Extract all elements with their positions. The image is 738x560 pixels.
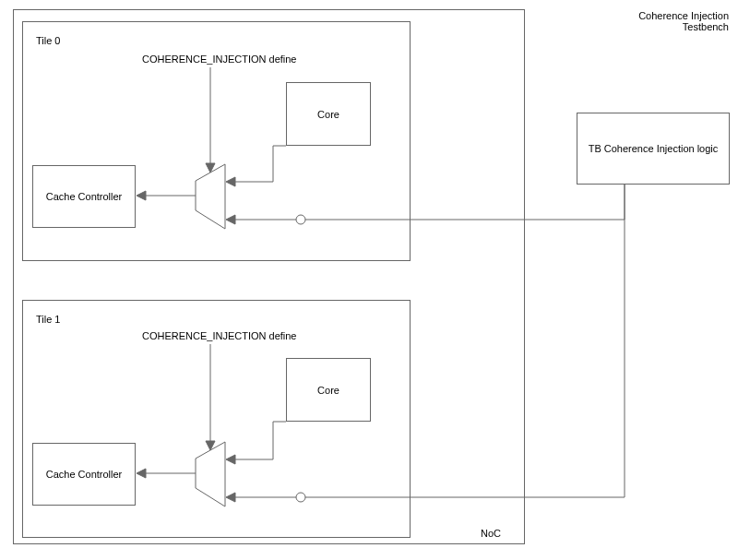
tb-coherence-label: TB Coherence Injection logic [589,143,719,154]
tile0-core-label: Core [317,109,339,120]
diagram-canvas: NoC Coherence Injection Testbench TB Coh… [0,0,738,560]
tile1-cache-block: Cache Controller [32,443,136,506]
tile1-define-label: COHERENCE_INJECTION define [142,330,297,341]
tile1-core-block: Core [286,358,371,422]
tile0-cache-label: Cache Controller [46,191,123,202]
tile0-title: Tile 0 [36,35,61,46]
tile1-core-label: Core [317,385,339,396]
diagram-title: Coherence Injection Testbench [633,10,729,32]
tile0-cache-block: Cache Controller [32,165,136,228]
tb-coherence-block: TB Coherence Injection logic [577,113,730,185]
tile1-title: Tile 1 [36,314,61,325]
tile0-core-block: Core [286,82,371,146]
noc-label: NoC [481,528,501,539]
tile1-cache-label: Cache Controller [46,469,123,480]
tile0-define-label: COHERENCE_INJECTION define [142,54,297,65]
